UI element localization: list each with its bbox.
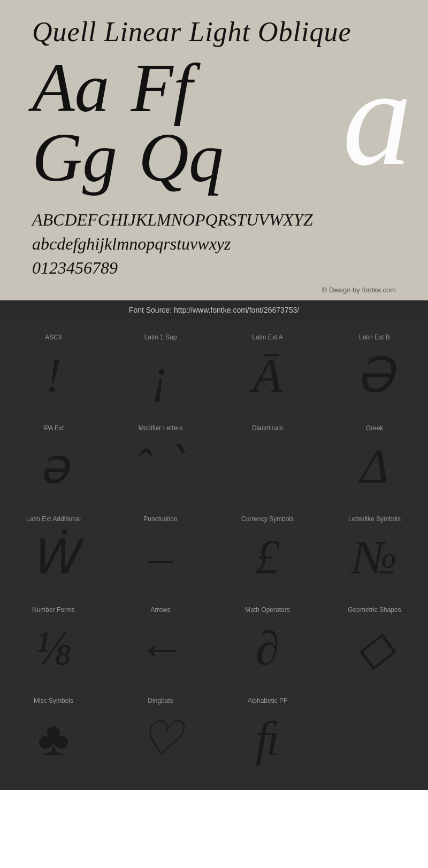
glyph-cell-char: ◇ (356, 619, 393, 678)
glyph-cell-label: Greek (366, 424, 384, 432)
glyph-cell-char: ˆ ˋ (134, 437, 186, 496)
glyph-cell-char: № (352, 528, 398, 587)
glyph-cell: Latin Ext AdditionalẆ (0, 507, 107, 598)
glyph-cell-label: Latin 1 Sup (144, 334, 177, 341)
glyph-cell-label: Diacriticals (252, 424, 283, 432)
glyph-cell: Geometric Shapes◇ (321, 598, 428, 688)
glyph-cell: Arrows← (107, 598, 214, 688)
specimen-area: Quell Linear Light Oblique Aa Ff Gg Qq a (0, 0, 428, 203)
glyph-cell-label: ASCII (45, 334, 62, 341)
alphabet-digits: 0123456789 (32, 256, 396, 280)
glyph-cell: Punctuation– (107, 507, 214, 598)
glyph-cell-char: ♡ (139, 710, 182, 769)
glyph-cell-char: Δ (361, 437, 389, 496)
glyph-qq: Qq (139, 122, 224, 192)
glyph-cell-char: Ə (356, 346, 394, 405)
glyph-cell-label: Math Operators (245, 606, 289, 614)
glyph-cell: Letterlike Symbols№ (321, 507, 428, 598)
glyph-cell: Alphabetic PFﬁ (214, 688, 321, 779)
glyph-cell-char: ∂ (256, 619, 279, 678)
glyph-row-2: Gg Qq (32, 122, 224, 192)
glyph-cell-char: ← (136, 619, 185, 678)
font-source: Font Source: http://www.fontke.com/font/… (0, 300, 428, 320)
glyph-cell-label: Number Forms (32, 606, 75, 614)
glyph-cell: Math Operators∂ (214, 598, 321, 688)
glyph-cell-char: Ẇ (30, 528, 78, 587)
glyph-gg: Gg (32, 122, 117, 192)
glyph-cell: GreekΔ (321, 416, 428, 507)
glyph-cell-label: Latin Ext Additional (26, 515, 81, 523)
glyph-cell: Latin Ext BƏ (321, 325, 428, 416)
glyph-cell-label: IPA Ext (43, 424, 64, 432)
glyph-cell-label: Dingbats (148, 697, 173, 704)
glyph-cell-char: ♣ (37, 710, 69, 769)
glyph-cell-label: Geometric Shapes (348, 606, 401, 614)
glyph-cell-label: Modifier Letters (139, 424, 183, 432)
glyph-cell-char: – (149, 528, 173, 587)
glyph-cell: Misc Symbols♣ (0, 688, 107, 779)
glyph-cell-label: Latin Ext A (252, 334, 282, 341)
glyph-cell-label: Alphabetic PF (248, 697, 288, 704)
glyph-showcase: Aa Ff Gg Qq a (32, 53, 396, 192)
glyph-cell-char: Ā (253, 346, 282, 405)
glyph-cell-char: ə (39, 437, 68, 496)
glyph-aa: Aa (32, 53, 109, 122)
glyph-cell-char: ⅛ (35, 619, 72, 678)
alphabet-lower: abcdefghijklmnopqrstuvwxyz (32, 232, 396, 256)
glyph-cell-label: Currency Symbols (241, 515, 294, 523)
glyph-cell-label: Misc Symbols (34, 697, 73, 704)
glyph-cell: Latin 1 Sup¡ (107, 325, 214, 416)
glyph-cell: Number Forms⅛ (0, 598, 107, 688)
glyph-grid: ASCII!Latin 1 Sup¡Latin Ext AĀLatin Ext … (0, 325, 428, 779)
glyph-cell: Currency Symbols£ (214, 507, 321, 598)
glyph-cell-label: Punctuation (143, 515, 177, 523)
glyph-grid-area: ASCII!Latin 1 Sup¡Latin Ext AĀLatin Ext … (0, 320, 428, 790)
glyph-cell: Modifier Lettersˆ ˋ (107, 416, 214, 507)
glyph-pair-left: Aa Ff Gg Qq (32, 53, 224, 192)
glyph-ff: Ff (131, 53, 193, 122)
glyph-cell: IPA Extə (0, 416, 107, 507)
glyph-cell: ASCII! (0, 325, 107, 416)
glyph-cell-label: Arrows (150, 606, 170, 614)
alphabet-upper: ABCDEFGHIJKLMNOPQRSTUVWXYZ (32, 208, 396, 232)
glyph-cell: Dingbats♡ (107, 688, 214, 779)
glyph-cell-char: £ (256, 528, 280, 587)
font-title: Quell Linear Light Oblique (32, 16, 396, 48)
glyph-cell-char: ¡ (151, 346, 170, 405)
glyph-cell-char: ﬁ (256, 710, 280, 769)
copyright: © Design by fontke.com (0, 285, 428, 300)
glyph-cell-label: Latin Ext B (359, 334, 390, 341)
glyph-cell: Latin Ext AĀ (214, 325, 321, 416)
glyph-a-large: a (342, 48, 412, 187)
glyph-cell: Diacriticals (214, 416, 321, 507)
glyph-cell-char: ! (45, 346, 62, 405)
glyph-cell-label: Letterlike Symbols (348, 515, 401, 523)
alphabet-section: ABCDEFGHIJKLMNOPQRSTUVWXYZ abcdefghijklm… (0, 203, 428, 285)
glyph-row-1: Aa Ff (32, 53, 224, 122)
